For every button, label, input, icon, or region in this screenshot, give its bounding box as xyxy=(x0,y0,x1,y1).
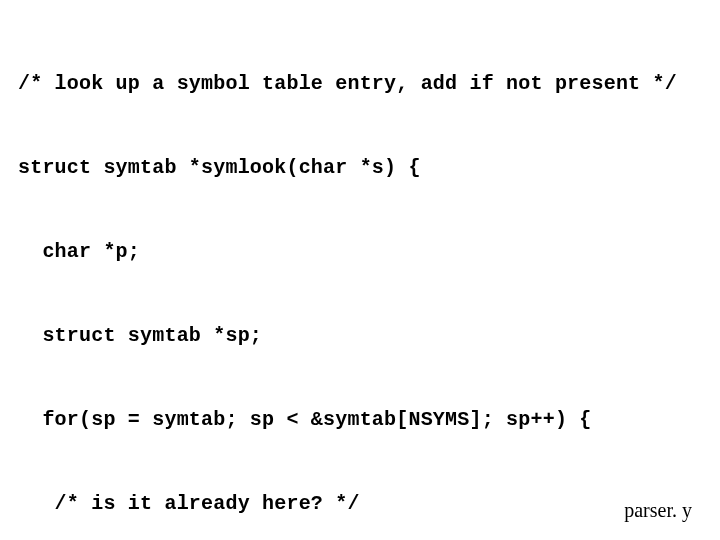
code-line: struct symtab *symlook(char *s) { xyxy=(18,154,702,182)
code-line: /* look up a symbol table entry, add if … xyxy=(18,70,702,98)
code-block: /* look up a symbol table entry, add if … xyxy=(18,14,702,540)
slide-page: /* look up a symbol table entry, add if … xyxy=(0,0,720,540)
footer-filename: parser. y xyxy=(624,499,692,522)
code-line: /* is it already here? */ xyxy=(18,490,702,518)
code-line: struct symtab *sp; xyxy=(18,322,702,350)
code-line: char *p; xyxy=(18,238,702,266)
code-line: for(sp = symtab; sp < &symtab[NSYMS]; sp… xyxy=(18,406,702,434)
